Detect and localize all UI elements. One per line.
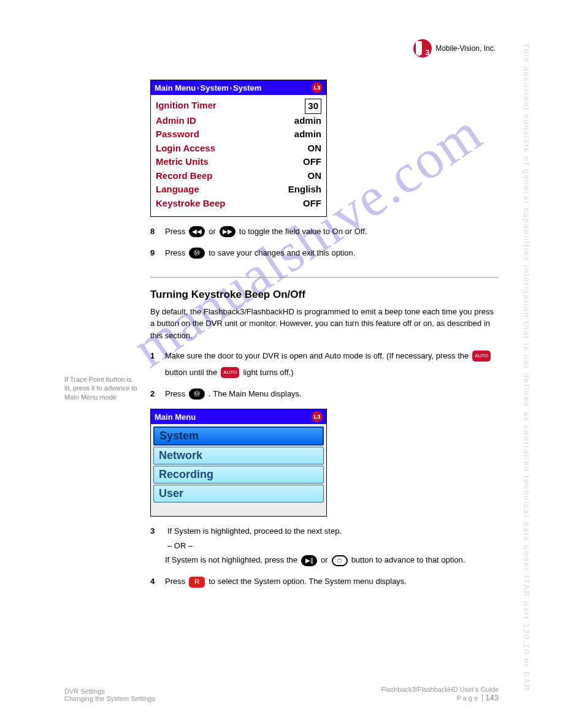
breadcrumb: Main Menu › System › System: [155, 83, 261, 93]
panel-header: Main Menu L3: [151, 409, 326, 424]
setting-label: Language: [156, 183, 199, 197]
setting-row: Ignition Timer30: [156, 99, 321, 114]
step-or: – OR –: [167, 540, 499, 552]
crumb-sys2: System: [233, 83, 261, 93]
setting-value: OFF: [303, 155, 321, 169]
setting-label: Login Access: [156, 142, 215, 156]
margin-note: If Trace Point button is lit, press it t…: [64, 375, 138, 401]
setting-label: Ignition Timer: [156, 99, 216, 114]
step-num: 3: [150, 525, 161, 537]
setting-label: Record Beep: [156, 169, 213, 183]
setting-row: Metric UnitsOFF: [156, 155, 321, 169]
setting-label: Keystroke Beep: [156, 197, 225, 211]
menu-item-recording[interactable]: Recording: [153, 466, 324, 483]
play-pause-icon: ▶∥: [301, 555, 317, 566]
section-title: Turning Keystroke Beep On/Off: [150, 289, 499, 301]
auto-icon: AUTO: [221, 367, 239, 378]
menu-item-user[interactable]: User: [153, 485, 324, 502]
step-text: Press: [165, 575, 185, 588]
step-text: to save your changes and exit this optio…: [209, 247, 355, 260]
auto-icon: AUTO: [472, 351, 491, 362]
setting-value: OFF: [303, 197, 321, 211]
step-text: If System is not highlighted, press the: [165, 554, 297, 567]
l3-header-icon: L3: [312, 82, 323, 93]
menu-icon: Ⓜ: [189, 389, 205, 400]
fastforward-icon: ▶▶: [220, 226, 236, 237]
footer-subsection: Changing the System Settings: [64, 695, 155, 702]
setting-label: Admin ID: [156, 114, 196, 128]
setting-label: Metric Units: [156, 155, 209, 169]
setting-row: Keystroke BeepOFF: [156, 197, 321, 211]
step-text: button to advance to that option.: [351, 554, 465, 567]
setting-value: admin: [294, 114, 321, 128]
crumb-sys1: System: [201, 83, 229, 93]
step-text: to select the System option. The System …: [209, 575, 407, 588]
setting-row: Admin IDadmin: [156, 114, 321, 128]
setting-row: LanguageEnglish: [156, 183, 321, 197]
divider: [150, 277, 499, 278]
step-text: . The Main Menu displays.: [209, 388, 302, 401]
step-4: 4 Press R to select the System option. T…: [150, 575, 499, 588]
step-text: Press: [165, 388, 185, 401]
menu-icon: Ⓜ: [189, 248, 205, 259]
step-2: 2 Press Ⓜ . The Main Menu displays.: [150, 388, 499, 401]
step-text: to toggle the field value to On or Off.: [239, 226, 367, 238]
setting-value: English: [288, 183, 321, 197]
system-settings-panel: Main Menu › System › System L3 Ignition …: [150, 80, 327, 217]
step-num: 1: [150, 350, 161, 362]
step-text: Press: [165, 226, 185, 238]
setting-value: ON: [308, 169, 322, 183]
chevron-right-icon: ›: [197, 85, 199, 91]
setting-row: Passwordadmin: [156, 127, 321, 142]
setting-row: Login AccessON: [156, 142, 321, 156]
l3-header-icon: L3: [312, 411, 323, 422]
footer-section: DVR Settings: [64, 688, 155, 695]
menu-list: System Network Recording User: [151, 424, 326, 516]
setting-value: admin: [294, 127, 321, 142]
section-body: By default, the Flashback3/FlashbackHD i…: [150, 306, 499, 342]
step-9: 9 Press Ⓜ to save your changes and exit …: [150, 247, 499, 260]
chevron-right-icon: ›: [230, 85, 232, 91]
menu-item-network[interactable]: Network: [153, 447, 324, 464]
settings-list: Ignition Timer30 Admin IDadmin Passworda…: [151, 95, 326, 216]
menu-item-system[interactable]: System: [153, 427, 324, 446]
stop-icon: □: [332, 555, 348, 566]
setting-row: Record BeepON: [156, 169, 321, 183]
step-text: light turns off.): [243, 366, 293, 379]
setting-value: ON: [308, 142, 322, 156]
step-num: 4: [150, 575, 161, 588]
footer-doc-title: Flashback3/FlashbackHD User's Guide: [381, 686, 499, 693]
step-num: 9: [150, 247, 161, 259]
panel-header: Main Menu › System › System L3: [151, 80, 326, 95]
page-footer: DVR Settings Changing the System Setting…: [64, 686, 499, 702]
step-3: 3 If System is highlighted, proceed to t…: [150, 525, 499, 567]
setting-value[interactable]: 30: [305, 99, 321, 114]
page-label: P a g e: [457, 694, 478, 702]
step-num: 2: [150, 388, 161, 400]
step-8: 8 Press ◀◀ or ▶▶ to toggle the field val…: [150, 226, 499, 238]
step-text: Make sure the door to your DVR is open a…: [165, 350, 469, 363]
footer-right: Flashback3/FlashbackHD User's Guide P a …: [381, 686, 499, 702]
step-num: 8: [150, 226, 161, 238]
crumb-main: Main Menu: [155, 83, 196, 93]
step-text: button until the: [165, 366, 217, 379]
main-menu-panel: Main Menu L3 System Network Recording Us…: [150, 409, 327, 517]
rewind-icon: ◀◀: [189, 226, 205, 237]
step-text: or: [209, 226, 216, 238]
step-1: 1 Make sure the door to your DVR is open…: [150, 350, 499, 379]
step-text: If System is highlighted, proceed to the…: [167, 525, 499, 537]
step-text: Press: [165, 247, 185, 260]
step-text: or: [321, 554, 328, 567]
panel-title: Main Menu: [155, 412, 196, 422]
page-number: 143: [485, 693, 499, 702]
record-icon: R: [189, 577, 205, 588]
setting-label: Password: [156, 127, 199, 142]
footer-left: DVR Settings Changing the System Setting…: [64, 688, 155, 702]
